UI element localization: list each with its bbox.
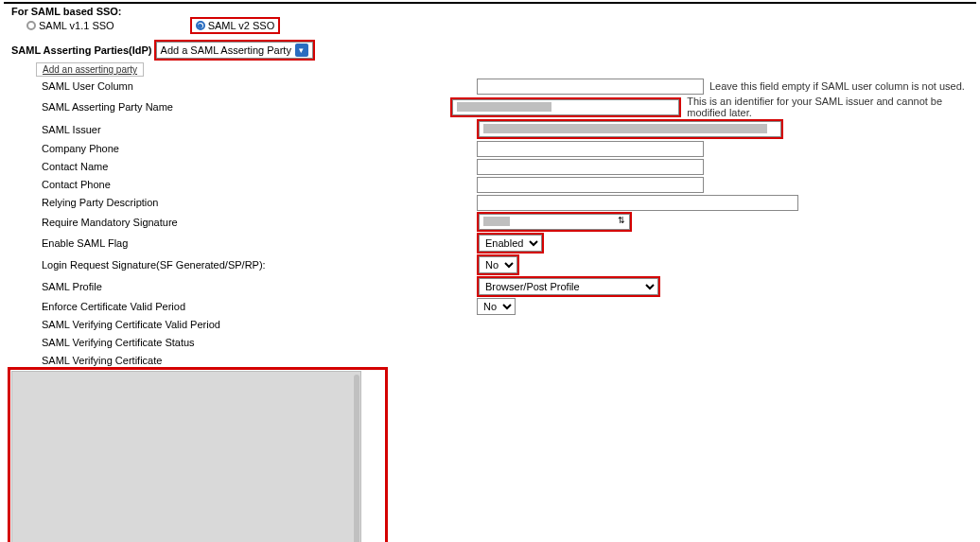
select-profile[interactable]: Browser/Post Profile [479, 278, 658, 295]
label-issuer: SAML Issuer [4, 124, 477, 135]
label-contact-phone: Contact Phone [4, 179, 477, 190]
highlight-login-sig: No [477, 254, 519, 275]
radio-icon [26, 21, 36, 30]
sso-radio-group: SAML v1.1 SSO SAML v2 SSO [4, 17, 976, 34]
scrollbar-icon[interactable] [354, 375, 359, 542]
select-enforce-cert[interactable]: No [477, 298, 516, 315]
highlight-party-name [450, 97, 681, 117]
highlight-issuer [477, 119, 783, 139]
dropdown-selected-label: Add a SAML Asserting Party [161, 44, 291, 56]
label-profile: SAML Profile [4, 281, 477, 292]
hint-party-name: This is an identifier for your SAML issu… [687, 96, 976, 118]
input-user-column[interactable] [477, 79, 704, 95]
label-enforce-cert: Enforce Certificate Valid Period [4, 301, 477, 312]
radio-v2-label: SAML v2 SSO [208, 20, 275, 31]
highlight-saml-v2: SAML v2 SSO [190, 17, 281, 34]
add-asserting-party-link[interactable]: Add an asserting party [36, 62, 144, 77]
select-require-sig[interactable]: ⇅ [479, 214, 630, 230]
label-login-sig: Login Request Signature(SF Generated/SP/… [4, 259, 477, 271]
select-login-sig[interactable]: No [479, 256, 517, 273]
input-contact-phone[interactable] [477, 177, 704, 193]
highlight-profile: Browser/Post Profile [477, 276, 660, 297]
asserting-parties-heading: SAML Asserting Parties(IdP) [11, 44, 152, 56]
hint-user-column: Leave this field empty if SAML user colu… [709, 80, 965, 92]
redacted-placeholder [483, 124, 767, 133]
input-issuer[interactable] [479, 121, 781, 137]
asserting-party-dropdown[interactable]: Add a SAML Asserting Party ▾ [156, 42, 313, 59]
redacted-placeholder [483, 217, 510, 226]
label-cert-status: SAML Verifying Certificate Status [4, 337, 477, 348]
input-contact-name[interactable] [477, 159, 704, 175]
redacted-placeholder [457, 102, 551, 112]
input-company-phone[interactable] [477, 141, 704, 157]
radio-icon [196, 21, 205, 30]
label-contact-name: Contact Name [4, 161, 477, 172]
sso-type-heading: For SAML based SSO: [4, 6, 976, 17]
label-require-sig: Require Mandatory Signature [4, 217, 477, 228]
select-arrows-icon: ⇅ [618, 216, 625, 225]
label-company-phone: Company Phone [4, 143, 477, 154]
radio-v1-label: SAML v1.1 SSO [39, 20, 114, 31]
textarea-certificate[interactable] [11, 371, 361, 542]
chevron-down-icon: ▾ [295, 44, 308, 57]
highlight-asserting-dropdown: Add a SAML Asserting Party ▾ [154, 40, 315, 61]
radio-saml-v2[interactable]: SAML v2 SSO [196, 20, 275, 31]
label-relying-desc: Relying Party Description [4, 197, 477, 208]
certificate-area-wrap [11, 371, 361, 542]
label-cert: SAML Verifying Certificate [4, 355, 477, 366]
radio-saml-v1[interactable]: SAML v1.1 SSO [26, 20, 114, 31]
input-relying-desc[interactable] [477, 195, 798, 211]
select-enable-flag[interactable]: Enabled [479, 235, 542, 252]
label-enable-flag: Enable SAML Flag [4, 237, 477, 249]
highlight-require-sig: ⇅ [477, 212, 632, 232]
label-cert-valid-period: SAML Verifying Certificate Valid Period [4, 319, 477, 330]
highlight-enable-flag: Enabled [477, 233, 544, 254]
label-party-name: SAML Asserting Party Name [4, 101, 450, 113]
input-party-name[interactable] [452, 99, 679, 115]
label-user-column: SAML User Column [4, 80, 477, 92]
